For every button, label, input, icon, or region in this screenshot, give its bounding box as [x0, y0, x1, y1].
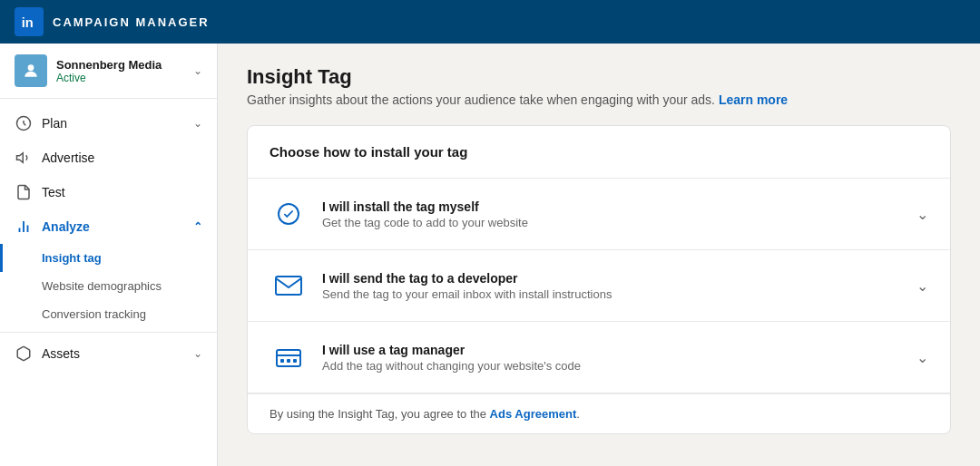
sidebar-item-advertise[interactable]: Advertise: [0, 141, 217, 175]
svg-marker-6: [17, 153, 24, 163]
footer-text: By using the Insight Tag, you agree to t…: [270, 407, 486, 421]
analyze-icon: [15, 218, 33, 235]
option-send-developer-title: I will send the tag to a developer: [322, 271, 906, 286]
main-layout: Sonnenberg Media Active ⌄ Plan ⌄: [0, 44, 980, 466]
svg-rect-14: [293, 359, 297, 363]
option-install-myself[interactable]: I will install the tag myself Get the ta…: [248, 179, 950, 250]
option-send-developer-text: I will send the tag to a developer Send …: [322, 271, 906, 301]
sidebar-item-insight-tag[interactable]: Insight tag: [0, 244, 217, 272]
svg-text:in: in: [22, 15, 34, 30]
option-tag-manager[interactable]: I will use a tag manager Add the tag wit…: [248, 322, 950, 393]
account-avatar: [15, 54, 47, 87]
sidebar-item-website-demographics[interactable]: Website demographics: [0, 272, 217, 300]
sidebar-item-assets-label: Assets: [42, 346, 80, 361]
svg-rect-10: [276, 277, 301, 295]
option-install-myself-title: I will install the tag myself: [322, 199, 906, 214]
send-developer-icon: [270, 267, 308, 305]
tag-manager-icon: [270, 338, 308, 376]
sidebar-item-analyze[interactable]: Analyze ⌃: [0, 209, 217, 244]
option-tag-manager-title: I will use a tag manager: [322, 343, 906, 357]
option-install-myself-text: I will install the tag myself Get the ta…: [322, 199, 906, 229]
page-header: Insight Tag Gather insights about the ac…: [247, 65, 951, 107]
sidebar-item-assets[interactable]: Assets ⌄: [0, 336, 217, 371]
svg-line-5: [24, 123, 25, 125]
account-status: Active: [56, 72, 193, 84]
advertise-icon: [15, 150, 33, 166]
sidebar-item-test-label: Test: [42, 185, 65, 199]
test-icon: [15, 184, 33, 200]
option-send-developer-desc: Send the tag to your email inbox with in…: [322, 287, 906, 301]
account-chevron-icon: ⌄: [193, 64, 202, 77]
assets-icon: [15, 345, 33, 362]
card-header: Choose how to install your tag: [248, 126, 950, 179]
svg-rect-11: [277, 350, 300, 366]
assets-chevron-icon: ⌄: [193, 347, 202, 360]
sidebar-item-test[interactable]: Test: [0, 175, 217, 209]
page-title: Insight Tag: [247, 65, 951, 89]
option-tag-manager-text: I will use a tag manager Add the tag wit…: [322, 343, 906, 373]
sidebar-item-analyze-label: Analyze: [42, 219, 90, 234]
sidebar: Sonnenberg Media Active ⌄ Plan ⌄: [0, 44, 218, 466]
learn-more-link[interactable]: Learn more: [719, 92, 788, 107]
account-name: Sonnenberg Media: [56, 58, 193, 72]
svg-rect-12: [280, 359, 284, 363]
content-area: Insight Tag Gather insights about the ac…: [218, 44, 980, 466]
top-nav: in CAMPAIGN MANAGER: [0, 0, 980, 44]
svg-point-2: [28, 64, 34, 71]
sidebar-item-plan[interactable]: Plan ⌄: [0, 106, 217, 141]
tag-manager-chevron-icon: ⌄: [916, 349, 928, 366]
install-options-card: Choose how to install your tag I will in…: [247, 125, 951, 434]
option-install-myself-desc: Get the tag code to add to your website: [322, 216, 906, 229]
check-circle: [278, 203, 299, 225]
page-subtitle: Gather insights about the actions your a…: [247, 92, 951, 107]
send-developer-chevron-icon: ⌄: [916, 277, 928, 295]
plan-chevron-icon: ⌄: [193, 117, 202, 130]
app-title: CAMPAIGN MANAGER: [53, 15, 210, 29]
analyze-chevron-icon: ⌃: [193, 220, 202, 233]
option-tag-manager-desc: Add the tag without changing your websit…: [322, 359, 906, 373]
footer-end: .: [576, 407, 580, 421]
plan-icon: [15, 115, 33, 131]
sidebar-item-advertise-label: Advertise: [42, 150, 94, 165]
install-myself-icon: [270, 195, 308, 233]
ads-agreement-link[interactable]: Ads Agreement: [490, 407, 577, 421]
linkedin-logo: in: [15, 7, 44, 36]
sidebar-item-plan-label: Plan: [42, 116, 67, 131]
account-info: Sonnenberg Media Active: [56, 58, 193, 84]
sidebar-item-conversion-tracking[interactable]: Conversion tracking: [0, 300, 217, 328]
option-send-developer[interactable]: I will send the tag to a developer Send …: [248, 250, 950, 322]
page-subtitle-text: Gather insights about the actions your a…: [247, 92, 715, 107]
svg-rect-13: [287, 359, 290, 363]
card-footer: By using the Insight Tag, you agree to t…: [248, 393, 950, 433]
main-nav: Plan ⌄ Advertise Test: [0, 99, 217, 378]
account-selector[interactable]: Sonnenberg Media Active ⌄: [0, 44, 217, 99]
nav-divider: [0, 332, 217, 333]
install-myself-chevron-icon: ⌄: [916, 206, 928, 223]
